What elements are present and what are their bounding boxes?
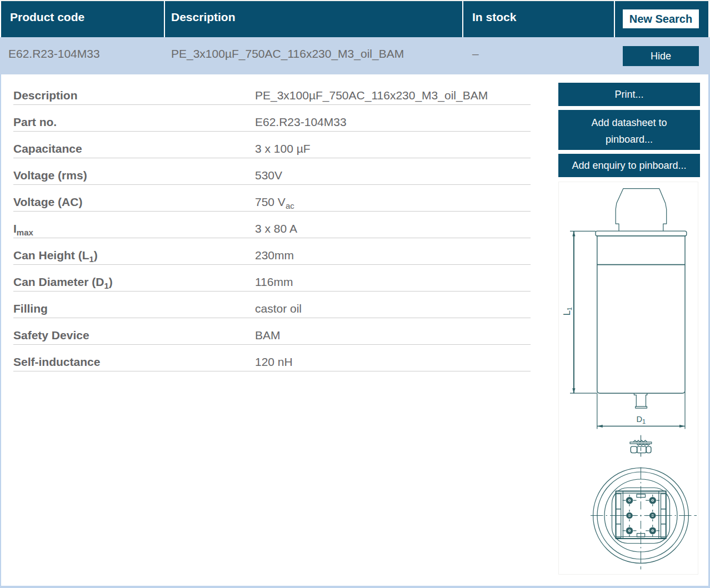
svg-text:D1: D1 (637, 415, 646, 425)
svg-text:L1: L1 (562, 307, 573, 316)
